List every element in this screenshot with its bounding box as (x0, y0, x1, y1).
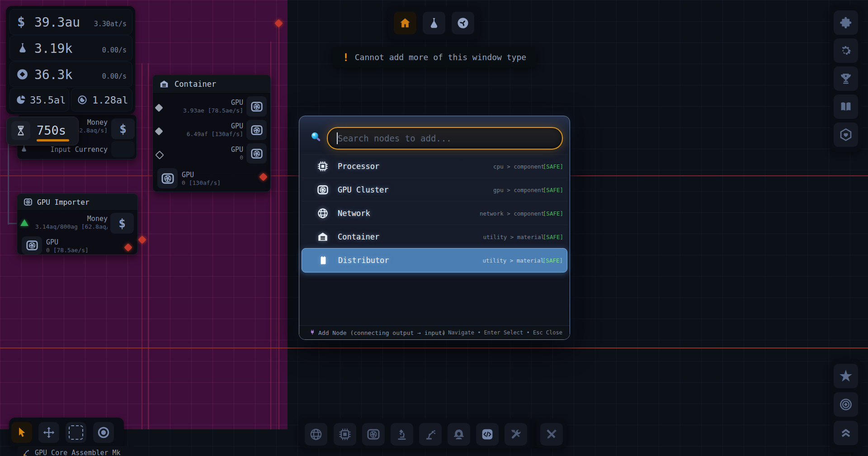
code-category-button[interactable] (476, 423, 499, 446)
node-title: Container (175, 80, 216, 89)
node-list-item-gpu-cluster[interactable]: GPU Cluster gpu > component [SAFE] (302, 178, 567, 202)
right-sidebar-top (830, 5, 862, 152)
fan-icon (367, 428, 380, 441)
notification-text: Cannot add more of this window type (355, 52, 526, 62)
resource-coins[interactable]: 36.3k 0.00/s (9, 61, 132, 87)
item-safe-badge: [SAFE] (543, 234, 563, 240)
node-list-item-distributor-selected[interactable]: Distributor utility > material [SAFE] (302, 248, 567, 273)
money-output-slot[interactable]: $ (111, 118, 135, 139)
port-value: 0 (175, 154, 243, 162)
resource-panel: $ 39.3au 3.30at/s 3.19k 0.00/s 36.3k 0.0… (6, 6, 135, 114)
fan-icon (24, 197, 33, 207)
circle-tool-button[interactable] (93, 422, 114, 443)
upgrades-button[interactable] (834, 421, 858, 445)
gpu-slot[interactable] (246, 96, 267, 117)
node-list-item-processor[interactable]: Processor cpu > component [SAFE] (302, 154, 567, 178)
coin-icon (16, 68, 29, 81)
gear-icon (839, 43, 853, 58)
fan-icon (161, 172, 175, 185)
input-connector-diamond[interactable] (155, 127, 163, 135)
resource-pie[interactable]: 35.5al (9, 88, 69, 112)
automation-category-button[interactable] (419, 423, 442, 446)
home-tab-button[interactable] (394, 12, 416, 34)
wire-vertical-4 (278, 25, 279, 429)
timer-progress-bar (37, 139, 69, 141)
design-category-button[interactable] (540, 423, 563, 446)
flask-icon (427, 16, 441, 30)
node-list-item-container[interactable]: Container utility > material [SAFE] (302, 225, 567, 249)
resource-value: 36.3k (34, 67, 72, 82)
item-category: cpu > component (493, 163, 544, 170)
tools-category-button[interactable] (505, 423, 527, 446)
research-tab-button[interactable] (423, 12, 445, 34)
timer-value: 750s (37, 123, 66, 137)
encyclopedia-button[interactable] (834, 94, 858, 119)
gpu-slot[interactable] (246, 120, 267, 140)
port-label: GPU (175, 146, 243, 154)
port-value: 0 [130af/s] (182, 179, 254, 187)
item-category: gpu > component (493, 187, 544, 193)
output-connector-diamond[interactable] (124, 243, 132, 251)
move-tool-button[interactable] (38, 422, 59, 443)
node-graph-canvas[interactable]: $ 39.3au 3.30at/s 3.19k 0.00/s 36.3k 0.0… (0, 0, 868, 456)
hacking-category-button[interactable] (448, 423, 470, 446)
dollar-icon: $ (119, 122, 127, 136)
selected-blueprint-panel[interactable]: GPU Core Assembler Mk 117 (17, 446, 136, 456)
globe-icon (309, 428, 323, 441)
input-connector-diamond[interactable] (155, 103, 163, 112)
gpu-category-button[interactable] (362, 423, 385, 446)
gpu-slot[interactable] (246, 143, 267, 164)
text-caret (337, 132, 338, 144)
input-connector-diamond-empty[interactable] (155, 150, 164, 160)
port-value: 3.14aq/800ag [62.8aq/… (35, 223, 108, 231)
gpu-output-slot[interactable] (157, 168, 178, 188)
footer-keys-hint: ↑↓ Navigate • Enter Select • Esc Close (438, 329, 562, 336)
port-label: GPU (175, 122, 243, 131)
notification-toast: ! Cannot add more of this window type (333, 47, 536, 67)
select-tool-button[interactable] (11, 422, 32, 443)
container-node[interactable]: Container GPU 3.93ae [78.5ae/s] GPU 6.49… (152, 75, 271, 192)
settings-button[interactable] (834, 38, 858, 63)
item-label: GPU Cluster (338, 185, 389, 194)
marquee-icon (69, 425, 83, 440)
cursor-icon (15, 426, 28, 439)
hacker-icon (452, 428, 466, 441)
timer-tooltip: 750s (6, 117, 79, 146)
warning-icon: ! (343, 52, 349, 63)
currency-button[interactable] (834, 392, 858, 417)
dollar-icon: $ (118, 216, 126, 230)
resource-eye[interactable]: 1.28al (71, 88, 132, 112)
resource-value: 3.19k (34, 41, 72, 56)
globe-icon (317, 207, 329, 219)
achievements-button[interactable] (834, 66, 858, 91)
port-value: 0 [78.5ae/s] (46, 247, 118, 254)
input-connector-triangle[interactable] (20, 219, 28, 226)
resource-rate: 0.00/s (102, 72, 127, 80)
tools-icon (509, 428, 523, 441)
node-list-item-network[interactable]: Network network > component [SAFE] (302, 201, 567, 225)
right-sidebar-bottom: ★ (830, 359, 862, 452)
gpu-output-slot[interactable] (22, 236, 42, 254)
fan-icon (26, 239, 38, 252)
network-category-button[interactable] (305, 423, 327, 446)
output-connector-diamond[interactable] (259, 173, 267, 181)
search-input[interactable] (328, 128, 562, 149)
currency-input-slot[interactable] (111, 141, 135, 157)
resource-research[interactable]: 3.19k 0.00/s (9, 35, 132, 61)
item-label: Network (338, 209, 370, 218)
money-input-slot[interactable]: $ (110, 213, 134, 234)
gpu-importer-node[interactable]: GPU Importer Money 3.14aq/800ag [62.8aq/… (17, 193, 138, 255)
resource-money[interactable]: $ 39.3au 3.30at/s (9, 9, 132, 35)
cpu-category-button[interactable] (334, 423, 356, 446)
port-label: GPU (175, 99, 243, 107)
favorites-button[interactable]: ★ (834, 364, 858, 388)
resource-value: 35.5al (30, 94, 66, 106)
marquee-tool-button[interactable] (66, 422, 86, 443)
gpu-tab-button[interactable] (452, 12, 474, 34)
mods-button[interactable] (834, 10, 858, 35)
item-safe-badge: [SAFE] (543, 187, 563, 193)
design-toolbar (536, 418, 567, 448)
research-category-button[interactable] (391, 423, 413, 446)
item-category: utility > material (483, 257, 544, 264)
support-button[interactable] (834, 122, 858, 147)
